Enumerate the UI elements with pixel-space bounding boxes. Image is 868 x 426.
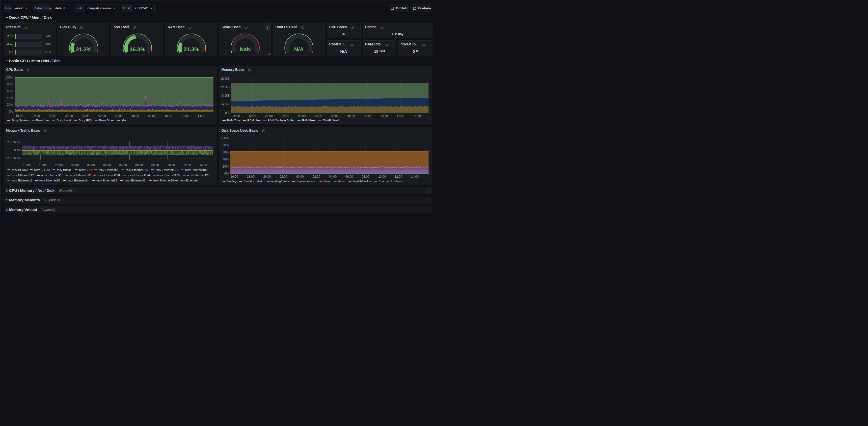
svg-text:08:00: 08:00 [362, 175, 369, 178]
svg-text:0 b/s: 0 b/s [14, 148, 21, 152]
svg-text:02:00: 02:00 [313, 175, 320, 178]
svg-text:16 GiB: 16 GiB [220, 77, 230, 81]
svg-text:14:00: 14:00 [411, 175, 418, 178]
svg-text:-2.50 Mb/s: -2.50 Mb/s [6, 156, 21, 160]
svg-text:60%: 60% [7, 89, 13, 93]
svg-text:N/A: N/A [294, 46, 304, 53]
svg-text:20:00: 20:00 [55, 163, 63, 167]
svg-text:12:00: 12:00 [181, 114, 188, 118]
svg-text:22:00: 22:00 [280, 175, 287, 178]
svg-text:46.0%: 46.0% [130, 46, 145, 53]
svg-text:10:00: 10:00 [378, 175, 386, 178]
svg-text:21.3%: 21.3% [183, 46, 199, 53]
svg-text:20%: 20% [222, 165, 228, 168]
svg-text:60%: 60% [222, 150, 228, 154]
svg-text:8 GiB: 8 GiB [222, 94, 229, 98]
svg-text:04:00: 04:00 [115, 114, 122, 118]
svg-text:06:00: 06:00 [345, 175, 353, 178]
svg-text:22:00: 22:00 [71, 163, 79, 167]
svg-text:02:00: 02:00 [315, 114, 322, 118]
svg-text:16:00: 16:00 [16, 114, 23, 118]
svg-text:20:00: 20:00 [265, 114, 273, 118]
svg-text:22:00: 22:00 [65, 114, 73, 118]
svg-text:40%: 40% [222, 157, 228, 161]
svg-text:00:00: 00:00 [296, 175, 304, 178]
svg-text:20:00: 20:00 [49, 114, 56, 118]
svg-text:00:00: 00:00 [87, 163, 95, 167]
svg-text:4 GiB: 4 GiB [222, 102, 229, 106]
svg-text:10:00: 10:00 [380, 114, 388, 118]
svg-text:20%: 20% [7, 103, 13, 106]
svg-text:NaN: NaN [240, 46, 251, 53]
svg-text:00:00: 00:00 [298, 114, 306, 118]
svg-text:14:00: 14:00 [197, 114, 205, 118]
svg-text:14:00: 14:00 [413, 114, 421, 118]
svg-text:10:00: 10:00 [164, 114, 172, 118]
svg-text:100%: 100% [5, 76, 13, 79]
svg-text:40%: 40% [7, 96, 13, 100]
svg-text:02:00: 02:00 [98, 114, 106, 118]
svg-text:16:00: 16:00 [232, 114, 240, 118]
svg-text:06:00: 06:00 [347, 114, 355, 118]
svg-text:04:00: 04:00 [119, 163, 127, 167]
svg-text:18:00: 18:00 [247, 175, 255, 178]
svg-text:16:00: 16:00 [230, 175, 238, 178]
svg-text:08:00: 08:00 [148, 114, 155, 118]
svg-text:0%: 0% [224, 172, 229, 175]
svg-text:08:00: 08:00 [364, 114, 371, 118]
svg-text:02:00: 02:00 [103, 163, 111, 167]
svg-text:18:00: 18:00 [32, 114, 40, 118]
svg-text:16:00: 16:00 [23, 163, 31, 167]
svg-text:18:00: 18:00 [39, 163, 46, 167]
svg-text:12:00: 12:00 [395, 175, 402, 178]
svg-text:00:00: 00:00 [82, 114, 89, 118]
svg-text:21.2%: 21.2% [76, 46, 91, 53]
svg-text:04:00: 04:00 [329, 175, 337, 178]
svg-text:0%: 0% [8, 110, 13, 113]
svg-text:12 GiB: 12 GiB [220, 86, 230, 89]
svg-text:04:00: 04:00 [331, 114, 339, 118]
svg-text:20:00: 20:00 [264, 175, 271, 178]
svg-text:18:00: 18:00 [249, 114, 256, 118]
svg-text:14:00: 14:00 [199, 163, 207, 167]
svg-text:08:00: 08:00 [151, 163, 159, 167]
svg-text:2.50 Mb/s: 2.50 Mb/s [7, 140, 21, 144]
svg-text:12:00: 12:00 [183, 163, 191, 167]
svg-text:12:00: 12:00 [397, 114, 404, 118]
svg-text:100%: 100% [221, 136, 229, 140]
svg-text:80%: 80% [7, 83, 13, 86]
svg-text:0 B: 0 B [225, 111, 229, 115]
svg-text:06:00: 06:00 [131, 114, 139, 118]
svg-text:80%: 80% [222, 143, 228, 147]
svg-text:22:00: 22:00 [282, 114, 289, 118]
svg-text:10:00: 10:00 [167, 163, 175, 167]
svg-text:06:00: 06:00 [135, 163, 143, 167]
